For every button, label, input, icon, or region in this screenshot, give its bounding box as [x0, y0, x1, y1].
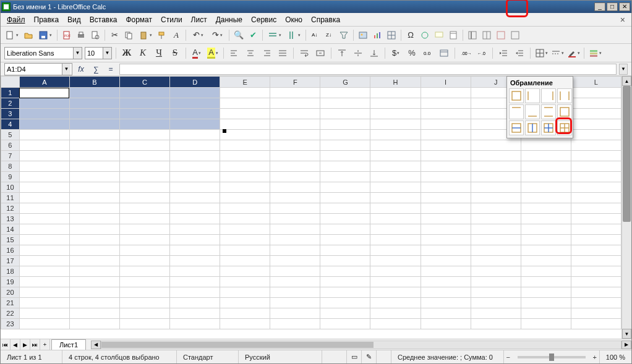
cell-C15[interactable] [119, 235, 169, 245]
cell-E13[interactable] [220, 214, 270, 224]
cell-F23[interactable] [270, 319, 320, 329]
col-header-D[interactable]: D [170, 77, 220, 88]
cell-B5[interactable] [69, 130, 119, 140]
cell-L10[interactable] [571, 182, 621, 193]
col-header-H[interactable]: H [370, 77, 421, 88]
row-header-1[interactable]: 1 [1, 88, 20, 98]
col-header-I[interactable]: I [421, 77, 471, 88]
cell-C12[interactable] [119, 203, 169, 214]
cell-I8[interactable] [421, 161, 471, 172]
menu-data[interactable]: Данные [212, 14, 246, 25]
cell-B13[interactable] [69, 214, 119, 224]
cell-J6[interactable] [471, 140, 521, 151]
cell-D15[interactable] [170, 235, 220, 245]
font-size-input[interactable] [85, 48, 103, 59]
inc-decimal-button[interactable]: .00→ [459, 46, 472, 60]
horizontal-scrollbar[interactable]: ◀ ▶ [91, 339, 631, 350]
cell-G16[interactable] [320, 245, 370, 256]
print-preview-button[interactable] [89, 29, 101, 41]
date-button[interactable] [437, 46, 451, 60]
cell-B2[interactable] [69, 98, 119, 109]
bold-button[interactable]: Ж [120, 46, 134, 60]
cell-E12[interactable] [220, 203, 270, 214]
find-button[interactable]: 🔍 [233, 29, 245, 41]
cell-A3[interactable] [19, 109, 69, 119]
cell-K13[interactable] [521, 214, 571, 224]
border-all[interactable] [557, 121, 572, 135]
cell-C6[interactable] [119, 140, 169, 151]
cell-J12[interactable] [471, 203, 521, 214]
dec-decimal-button[interactable]: ←.0 [475, 46, 489, 60]
cell-C3[interactable] [119, 109, 169, 119]
cell-E19[interactable] [220, 277, 270, 287]
export-pdf-button[interactable]: PDF [61, 29, 73, 41]
cell-F18[interactable] [270, 266, 320, 277]
cell-C20[interactable] [119, 287, 169, 298]
cell-C4[interactable] [119, 119, 169, 130]
sum-button[interactable]: ∑ [90, 64, 102, 75]
row-header-6[interactable]: 6 [1, 140, 20, 151]
status-style[interactable]: Стандарт [177, 350, 239, 363]
insert-image-button[interactable] [357, 29, 369, 41]
cell-F5[interactable] [270, 130, 320, 140]
border-right[interactable] [541, 88, 556, 103]
row-header-17[interactable]: 17 [1, 256, 20, 266]
cell-D19[interactable] [170, 277, 220, 287]
cell-I7[interactable] [421, 151, 471, 161]
cell-B6[interactable] [69, 140, 119, 151]
border-lr[interactable] [557, 88, 572, 103]
name-box-input[interactable] [5, 64, 62, 75]
cell-G1[interactable] [320, 88, 370, 98]
cell-F12[interactable] [270, 203, 320, 214]
sheet-tab-1[interactable]: Лист1 [51, 339, 86, 350]
cell-B12[interactable] [69, 203, 119, 214]
cell-J9[interactable] [471, 172, 521, 182]
row-header-16[interactable]: 16 [1, 245, 20, 256]
cell-A11[interactable] [19, 193, 69, 203]
cell-E2[interactable] [220, 98, 270, 109]
cell-H21[interactable] [370, 298, 421, 308]
cell-D3[interactable] [170, 109, 220, 119]
cell-E17[interactable] [220, 256, 270, 266]
cell-G14[interactable] [320, 224, 370, 235]
dec-indent-button[interactable] [513, 46, 526, 60]
cell-A9[interactable] [19, 172, 69, 182]
cell-B11[interactable] [69, 193, 119, 203]
border-outline-h[interactable] [509, 121, 524, 135]
cell-E1[interactable] [220, 88, 270, 98]
cell-I20[interactable] [421, 287, 471, 298]
cell-J7[interactable] [471, 151, 521, 161]
cell-F22[interactable] [270, 308, 320, 319]
border-top[interactable] [509, 104, 524, 119]
cell-D13[interactable] [170, 214, 220, 224]
cell-H15[interactable] [370, 235, 421, 245]
cell-L14[interactable] [571, 224, 621, 235]
cell-A2[interactable] [19, 98, 69, 109]
cell-H2[interactable] [370, 98, 421, 109]
cell-B23[interactable] [69, 319, 119, 329]
cell-G15[interactable] [320, 235, 370, 245]
cell-D9[interactable] [170, 172, 220, 182]
cell-F4[interactable] [270, 119, 320, 130]
cell-A16[interactable] [19, 245, 69, 256]
menu-format[interactable]: Формат [122, 14, 156, 25]
cell-F20[interactable] [270, 287, 320, 298]
name-box[interactable]: ▼ [4, 63, 72, 75]
cell-I5[interactable] [421, 130, 471, 140]
valign-mid-button[interactable] [351, 46, 365, 60]
cell-J21[interactable] [471, 298, 521, 308]
cell-K17[interactable] [521, 256, 571, 266]
row-header-22[interactable]: 22 [1, 308, 20, 319]
scroll-up-button[interactable]: ▲ [622, 76, 631, 86]
undo-button[interactable]: ↶ [189, 29, 207, 41]
cell-C2[interactable] [119, 98, 169, 109]
strike-button[interactable]: S [168, 46, 182, 60]
cell-L2[interactable] [571, 98, 621, 109]
row-header-14[interactable]: 14 [1, 224, 20, 235]
cell-F17[interactable] [270, 256, 320, 266]
menu-edit[interactable]: Правка [30, 14, 63, 25]
cell-G5[interactable] [320, 130, 370, 140]
font-size-combo[interactable]: ▼ [85, 47, 112, 59]
hscroll-track[interactable] [101, 341, 621, 349]
number-button[interactable]: 0.0 [421, 46, 435, 60]
